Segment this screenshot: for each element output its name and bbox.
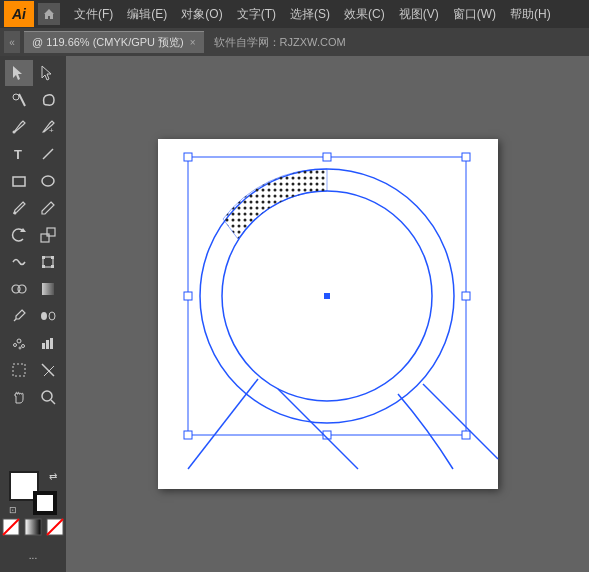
line-lower-left bbox=[188, 379, 258, 469]
ai-logo: Ai bbox=[4, 1, 34, 27]
tool-row-11 bbox=[2, 330, 64, 356]
svg-point-10 bbox=[42, 176, 54, 186]
scale-tool-button[interactable] bbox=[34, 222, 62, 248]
svg-text:T: T bbox=[14, 147, 22, 162]
svg-point-24 bbox=[41, 312, 47, 320]
lasso-tool-button[interactable] bbox=[34, 87, 62, 113]
symbol-sprayer-tool-button[interactable] bbox=[5, 330, 33, 356]
stroke-swatch[interactable] bbox=[33, 491, 57, 515]
active-tab[interactable]: @ 119.66% (CMYK/GPU 预览) × bbox=[24, 31, 204, 53]
svg-rect-14 bbox=[47, 228, 55, 236]
gradient-tool-button[interactable] bbox=[34, 276, 62, 302]
tool-row-2 bbox=[2, 87, 64, 113]
svg-point-36 bbox=[42, 391, 52, 401]
rectangle-tool-button[interactable] bbox=[5, 168, 33, 194]
handle-ml[interactable] bbox=[184, 292, 192, 300]
direct-selection-tool-button[interactable] bbox=[34, 60, 62, 86]
warp-tool-button[interactable] bbox=[5, 249, 33, 275]
tool-row-13 bbox=[2, 384, 64, 410]
paintbrush-tool-button[interactable] bbox=[5, 195, 33, 221]
shape-builder-tool-button[interactable] bbox=[5, 276, 33, 302]
title-bar: Ai 文件(F) 编辑(E) 对象(O) 文字(T) 选择(S) 效果(C) 视… bbox=[0, 0, 589, 28]
type-tool-button[interactable]: T bbox=[5, 141, 33, 167]
menu-view[interactable]: 视图(V) bbox=[393, 4, 445, 25]
svg-point-5 bbox=[12, 131, 15, 134]
tool-row-5 bbox=[2, 168, 64, 194]
blend-tool-button[interactable] bbox=[34, 303, 62, 329]
color-mode-row bbox=[1, 517, 65, 537]
selection-tool-button[interactable] bbox=[5, 60, 33, 86]
svg-rect-30 bbox=[42, 343, 45, 349]
svg-point-26 bbox=[17, 339, 21, 343]
menu-edit[interactable]: 编辑(E) bbox=[121, 4, 173, 25]
menu-bar: 文件(F) 编辑(E) 对象(O) 文字(T) 选择(S) 效果(C) 视图(V… bbox=[68, 4, 585, 25]
svg-point-28 bbox=[21, 345, 24, 348]
tool-row-7 bbox=[2, 222, 64, 248]
canvas-area[interactable] bbox=[66, 56, 589, 572]
tool-row-12 bbox=[2, 357, 64, 383]
handle-bl[interactable] bbox=[184, 431, 192, 439]
color-button[interactable] bbox=[1, 517, 21, 537]
handle-tl[interactable] bbox=[184, 153, 192, 161]
slice-tool-button[interactable] bbox=[34, 357, 62, 383]
zoom-tool-button[interactable] bbox=[34, 384, 62, 410]
stroke-fill-area: ⇄ ⊡ bbox=[9, 471, 57, 515]
svg-rect-31 bbox=[46, 340, 49, 349]
toolbar: + T bbox=[0, 56, 66, 572]
menu-select[interactable]: 选择(S) bbox=[284, 4, 336, 25]
menu-object[interactable]: 对象(O) bbox=[175, 4, 228, 25]
tool-row-3: + bbox=[2, 114, 64, 140]
none-button[interactable] bbox=[45, 517, 65, 537]
menu-effect[interactable]: 效果(C) bbox=[338, 4, 391, 25]
canvas-svg bbox=[158, 139, 498, 489]
tool-row-8 bbox=[2, 249, 64, 275]
menu-type[interactable]: 文字(T) bbox=[231, 4, 282, 25]
svg-marker-0 bbox=[44, 9, 54, 19]
artboard bbox=[158, 139, 498, 489]
pencil-tool-button[interactable] bbox=[34, 195, 62, 221]
svg-point-4 bbox=[13, 94, 19, 100]
ellipse-tool-button[interactable] bbox=[34, 168, 62, 194]
more-tools-area: ... bbox=[2, 542, 64, 568]
more-tools-button[interactable]: ... bbox=[19, 542, 47, 568]
menu-window[interactable]: 窗口(W) bbox=[447, 4, 502, 25]
svg-rect-18 bbox=[42, 265, 45, 268]
svg-rect-22 bbox=[42, 283, 54, 295]
svg-text:+: + bbox=[49, 126, 54, 135]
menu-file[interactable]: 文件(F) bbox=[68, 4, 119, 25]
svg-rect-32 bbox=[50, 338, 53, 349]
add-anchor-tool-button[interactable]: + bbox=[34, 114, 62, 140]
tab-label: @ 119.66% (CMYK/GPU 预览) bbox=[32, 35, 184, 50]
hand-tool-button[interactable] bbox=[5, 384, 33, 410]
svg-point-27 bbox=[13, 344, 16, 347]
panel-collapse-button[interactable]: « bbox=[4, 31, 20, 53]
artboard-tool-button[interactable] bbox=[5, 357, 33, 383]
tab-close-button[interactable]: × bbox=[190, 37, 196, 48]
svg-point-25 bbox=[49, 312, 55, 320]
svg-rect-19 bbox=[51, 265, 54, 268]
handle-mr[interactable] bbox=[462, 292, 470, 300]
handle-tm[interactable] bbox=[323, 153, 331, 161]
tab-url-text: 软件自学网：RJZXW.COM bbox=[214, 35, 346, 50]
default-colors-icon[interactable]: ⊡ bbox=[9, 505, 17, 515]
svg-rect-16 bbox=[42, 256, 45, 259]
free-transform-tool-button[interactable] bbox=[34, 249, 62, 275]
handle-tr[interactable] bbox=[462, 153, 470, 161]
gradient-button[interactable] bbox=[23, 517, 43, 537]
svg-line-34 bbox=[42, 364, 54, 376]
swap-colors-icon[interactable]: ⇄ bbox=[49, 471, 57, 482]
handle-br[interactable] bbox=[462, 431, 470, 439]
home-icon[interactable] bbox=[38, 3, 60, 25]
svg-point-29 bbox=[19, 347, 21, 349]
pen-tool-button[interactable] bbox=[5, 114, 33, 140]
line-tool-button[interactable] bbox=[34, 141, 62, 167]
svg-line-37 bbox=[51, 400, 55, 404]
svg-marker-2 bbox=[42, 66, 51, 80]
eyedropper-tool-button[interactable] bbox=[5, 303, 33, 329]
menu-help[interactable]: 帮助(H) bbox=[504, 4, 557, 25]
tool-row-1 bbox=[2, 60, 64, 86]
column-graph-tool-button[interactable] bbox=[34, 330, 62, 356]
svg-line-8 bbox=[43, 149, 53, 159]
magic-wand-tool-button[interactable] bbox=[5, 87, 33, 113]
rotate-tool-button[interactable] bbox=[5, 222, 33, 248]
